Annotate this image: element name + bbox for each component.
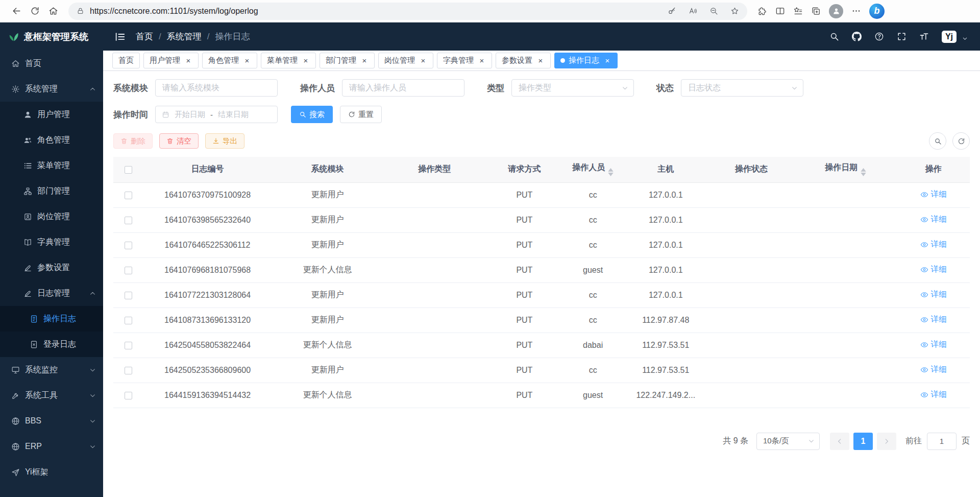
- close-icon[interactable]: ×: [536, 57, 545, 65]
- browser-refresh-button[interactable]: [26, 2, 44, 20]
- font-size-icon[interactable]: [919, 32, 929, 41]
- detail-link[interactable]: 详细: [920, 239, 947, 250]
- prev-page-button[interactable]: [830, 433, 849, 450]
- row-checkbox[interactable]: [125, 192, 132, 199]
- collections-icon[interactable]: [811, 6, 821, 16]
- detail-link[interactable]: 详细: [920, 339, 947, 350]
- close-icon[interactable]: ×: [360, 57, 369, 65]
- address-bar[interactable]: https://ccnetcore.com:1101/system/log/op…: [68, 3, 747, 20]
- log-status-select[interactable]: 日志状态: [681, 79, 803, 97]
- user-logo-avatar[interactable]: Yj: [942, 31, 957, 43]
- operation-type-select[interactable]: 操作类型: [511, 79, 634, 97]
- close-icon[interactable]: ×: [243, 57, 251, 65]
- refresh-table-button[interactable]: [952, 132, 970, 150]
- detail-link[interactable]: 详细: [920, 264, 947, 275]
- close-icon[interactable]: ×: [302, 57, 310, 65]
- sidebar-item-post-management[interactable]: 岗位管理: [0, 204, 103, 229]
- close-icon[interactable]: ×: [184, 57, 192, 65]
- sidebar-item-dept-management[interactable]: 部门管理: [0, 178, 103, 204]
- sidebar-item-param-settings[interactable]: 参数设置: [0, 255, 103, 280]
- tab-post-management[interactable]: 岗位管理×: [378, 53, 433, 68]
- reset-button[interactable]: 重置: [340, 106, 382, 123]
- sidebar-item-home[interactable]: 首页: [0, 51, 103, 76]
- row-checkbox[interactable]: [125, 242, 132, 249]
- browser-back-button[interactable]: [7, 2, 26, 20]
- read-aloud-icon[interactable]: [689, 7, 697, 15]
- breadcrumb-system-management[interactable]: 系统管理: [167, 31, 202, 42]
- profile-avatar[interactable]: [829, 4, 843, 18]
- sidebar-item-dict-management[interactable]: 字典管理: [0, 229, 103, 255]
- row-checkbox[interactable]: [125, 392, 132, 399]
- url-text[interactable]: https://ccnetcore.com:1101/system/log/op…: [90, 7, 668, 16]
- detail-link[interactable]: 详细: [920, 389, 947, 400]
- close-icon[interactable]: ×: [478, 57, 486, 65]
- page-number-button[interactable]: 1: [853, 433, 873, 450]
- operator-input[interactable]: [342, 79, 464, 97]
- sidebar-item-login-log[interactable]: 登录日志: [0, 332, 103, 357]
- sidebar-item-erp[interactable]: ERP: [0, 434, 103, 459]
- system-module-input[interactable]: [155, 79, 278, 97]
- favorites-bar-icon[interactable]: [793, 6, 803, 16]
- row-checkbox[interactable]: [125, 342, 132, 349]
- sidebar-item-menu-management[interactable]: 菜单管理: [0, 153, 103, 178]
- tab-operation-log[interactable]: 操作日志×: [554, 53, 618, 68]
- sidebar-item-role-management[interactable]: 角色管理: [0, 127, 103, 153]
- tab-dept-management[interactable]: 部门管理×: [320, 53, 375, 68]
- extensions-icon[interactable]: [757, 6, 767, 16]
- detail-link[interactable]: 详细: [920, 314, 947, 325]
- close-icon[interactable]: ×: [603, 57, 611, 65]
- tab-user-management[interactable]: 用户管理×: [143, 53, 199, 68]
- clear-button-label: 清空: [177, 136, 191, 146]
- sidebar-item-system-tools[interactable]: 系统工具: [0, 383, 103, 408]
- more-menu-icon[interactable]: [851, 6, 861, 16]
- sidebar-item-bbs[interactable]: BBS: [0, 408, 103, 434]
- detail-link[interactable]: 详细: [920, 289, 947, 300]
- date-range-picker[interactable]: 开始日期 - 结束日期: [155, 106, 278, 123]
- detail-link[interactable]: 详细: [920, 189, 947, 200]
- row-checkbox[interactable]: [125, 317, 132, 324]
- row-checkbox[interactable]: [125, 267, 132, 274]
- fullscreen-icon[interactable]: [897, 32, 906, 41]
- sort-control[interactable]: [861, 168, 866, 176]
- tab-role-management[interactable]: 角色管理×: [202, 53, 257, 68]
- chevron-down-icon[interactable]: [962, 36, 968, 41]
- key-icon[interactable]: [668, 7, 676, 15]
- select-all-checkbox[interactable]: [125, 166, 132, 174]
- row-checkbox[interactable]: [125, 217, 132, 224]
- tab-menu-management[interactable]: 菜单管理×: [261, 53, 316, 68]
- github-icon[interactable]: [852, 32, 862, 41]
- export-button[interactable]: 导出: [205, 133, 244, 149]
- row-checkbox[interactable]: [125, 292, 132, 299]
- tab-home[interactable]: 首页: [112, 53, 140, 68]
- zoom-icon[interactable]: [709, 7, 718, 15]
- row-checkbox[interactable]: [125, 367, 132, 374]
- sidebar-item-user-management[interactable]: 用户管理: [0, 102, 103, 127]
- breadcrumb-home[interactable]: 首页: [136, 31, 153, 42]
- sidebar-item-system-management[interactable]: 系统管理: [0, 76, 103, 102]
- close-icon[interactable]: ×: [419, 57, 427, 65]
- sidebar-item-yi-framework[interactable]: Yi框架: [0, 459, 103, 485]
- search-icon[interactable]: [829, 32, 839, 41]
- next-page-button[interactable]: [877, 433, 896, 450]
- page-size-select[interactable]: 10条/页: [756, 433, 820, 450]
- favorite-star-icon[interactable]: [730, 7, 739, 15]
- clear-button[interactable]: 清空: [159, 133, 199, 149]
- delete-button[interactable]: 删除: [113, 133, 153, 149]
- browser-home-button[interactable]: [44, 2, 62, 20]
- host-cell: 127.0.0.1: [623, 257, 708, 282]
- split-screen-icon[interactable]: [775, 6, 785, 16]
- help-icon[interactable]: [874, 32, 884, 41]
- sort-control[interactable]: [608, 168, 614, 176]
- sidebar-toggle-icon[interactable]: [114, 31, 126, 42]
- tab-param-settings[interactable]: 参数设置×: [496, 53, 551, 68]
- tab-dict-management[interactable]: 字典管理×: [437, 53, 492, 68]
- search-button[interactable]: 搜索: [291, 106, 333, 123]
- sidebar-item-system-monitor[interactable]: 系统监控: [0, 357, 103, 383]
- sidebar-item-operation-log[interactable]: 操作日志: [0, 306, 103, 332]
- detail-link[interactable]: 详细: [920, 214, 947, 225]
- sidebar-item-log-management[interactable]: 日志管理: [0, 280, 103, 306]
- goto-page-input[interactable]: [927, 433, 957, 450]
- bing-icon[interactable]: b: [869, 4, 885, 19]
- toggle-search-button[interactable]: [929, 132, 946, 150]
- detail-link[interactable]: 详细: [920, 364, 947, 375]
